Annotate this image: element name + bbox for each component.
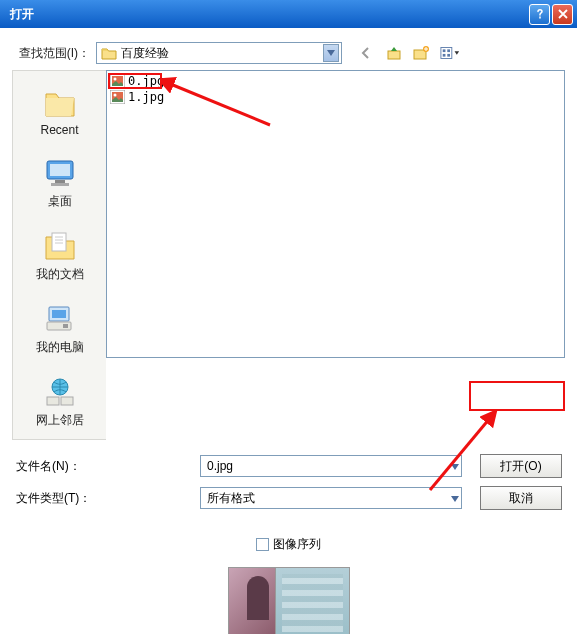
- chevron-down-icon: [323, 44, 339, 62]
- chevron-down-icon: [451, 491, 459, 505]
- svg-rect-6: [447, 49, 450, 52]
- computer-icon: [43, 304, 77, 334]
- filetype-value: 所有格式: [207, 490, 451, 507]
- svg-rect-14: [52, 310, 66, 318]
- back-arrow-icon: [358, 45, 374, 61]
- close-button[interactable]: [552, 4, 573, 25]
- svg-rect-10: [55, 180, 65, 183]
- places-desktop[interactable]: 桌面: [13, 151, 106, 220]
- filetype-combo[interactable]: 所有格式: [200, 487, 462, 509]
- folder-icon: [43, 88, 77, 118]
- image-sequence-checkbox[interactable]: [256, 538, 269, 551]
- svg-point-25: [114, 94, 117, 97]
- image-file-icon: [110, 90, 125, 104]
- up-one-level-icon: [386, 45, 402, 61]
- file-item[interactable]: 1.jpg: [110, 89, 564, 105]
- dialog-title: 打开: [4, 6, 527, 23]
- view-menu-icon: [440, 45, 460, 61]
- new-folder-button[interactable]: [412, 43, 432, 63]
- up-one-level-button[interactable]: [384, 43, 404, 63]
- open-file-dialog: 打开 查找范围(I)： 百度经验: [0, 0, 577, 634]
- svg-rect-0: [388, 51, 400, 59]
- svg-rect-19: [61, 397, 73, 405]
- folder-icon: [101, 46, 117, 60]
- svg-rect-5: [443, 54, 446, 57]
- filename-label: 文件名(N)：: [12, 458, 106, 475]
- network-icon: [43, 377, 77, 407]
- look-in-label: 查找范围(I)：: [12, 45, 96, 62]
- filename-combo[interactable]: 0.jpg: [200, 455, 462, 477]
- svg-rect-16: [63, 324, 68, 328]
- file-list[interactable]: 0.jpg 1.jpg: [106, 70, 565, 358]
- places-recent[interactable]: Recent: [13, 81, 106, 147]
- help-button[interactable]: [529, 4, 550, 25]
- filename-value: 0.jpg: [207, 459, 451, 473]
- file-item[interactable]: 0.jpg: [110, 73, 564, 89]
- svg-rect-18: [47, 397, 59, 405]
- open-button[interactable]: 打开(O): [480, 454, 562, 478]
- chevron-down-icon: [451, 459, 459, 473]
- new-folder-icon: [413, 45, 431, 61]
- svg-rect-12: [52, 233, 66, 251]
- svg-rect-9: [50, 164, 70, 176]
- back-button[interactable]: [356, 43, 376, 63]
- documents-icon: [43, 231, 77, 261]
- places-my-documents[interactable]: 我的文档: [13, 224, 106, 293]
- look-in-value: 百度经验: [121, 45, 323, 62]
- places-network[interactable]: 网上邻居: [13, 370, 106, 439]
- view-menu-button[interactable]: [440, 43, 460, 63]
- close-icon: [557, 8, 569, 20]
- filetype-label: 文件类型(T)：: [12, 490, 106, 507]
- cancel-button[interactable]: 取消: [480, 486, 562, 510]
- svg-rect-4: [443, 49, 446, 52]
- image-file-icon: [110, 74, 125, 88]
- titlebar: 打开: [0, 0, 577, 28]
- desktop-icon: [43, 158, 77, 188]
- help-icon: [534, 8, 546, 20]
- image-sequence-label: 图像序列: [273, 536, 321, 553]
- svg-rect-3: [441, 48, 452, 59]
- preview-thumbnail: [228, 567, 350, 634]
- svg-rect-11: [51, 183, 69, 186]
- places-my-computer[interactable]: 我的电脑: [13, 297, 106, 366]
- look-in-combo[interactable]: 百度经验: [96, 42, 342, 64]
- svg-rect-7: [447, 54, 450, 57]
- places-bar: Recent 桌面 我的文档 我的电脑 网上邻居: [12, 70, 106, 440]
- preview-area: 文件大小: 75.8K: [12, 567, 565, 634]
- svg-point-22: [114, 78, 117, 81]
